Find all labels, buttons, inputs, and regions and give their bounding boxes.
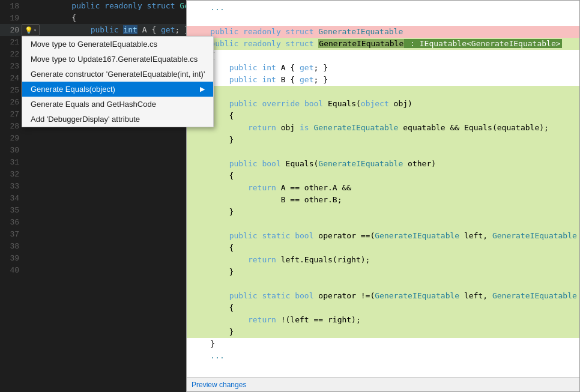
prev-line-return-neq: return !(left == right); [187, 314, 579, 326]
line-number-37: 37 [0, 228, 23, 240]
line-number-19: 19 [0, 12, 23, 24]
code-20: public int A { get; } [48, 24, 189, 36]
editor-row-18: 18 public readonly struct GenerateIEquat… [0, 0, 186, 12]
prev-line-struct-close: } [187, 338, 579, 350]
ind3-20 [40, 24, 48, 36]
line-number-35: 35 [0, 204, 23, 216]
submenu-arrow: ▶ [200, 85, 205, 93]
ind2-19 [31, 12, 40, 24]
prev-line-return-eq: return left.Equals(right); [187, 254, 579, 266]
line-number-32: 32 [0, 168, 23, 180]
code-38 [48, 240, 186, 252]
prev-line-empty-2 [187, 146, 579, 158]
preview-changes-link[interactable]: Preview changes [192, 381, 246, 389]
line-number-39: 39 [0, 252, 23, 264]
code-36 [48, 216, 186, 228]
editor-row-36: 36 [0, 216, 186, 228]
code-34 [48, 192, 186, 204]
prev-line-empty-4 [187, 278, 579, 290]
editor-row-31: 31 [0, 156, 186, 168]
code-37 [48, 228, 186, 240]
ind3-19 [40, 12, 48, 24]
preview-panel: ... public readonly struct GenerateIEqua… [186, 0, 580, 392]
preview-footer: Preview changes [187, 377, 579, 391]
code-30 [48, 144, 186, 156]
line-number-22: 22 [0, 48, 23, 60]
editor-row-40: 40 [0, 264, 186, 276]
line-number-24: 24 [0, 72, 23, 84]
prev-line-brace3: { [187, 170, 579, 182]
prev-line-close1: } [187, 134, 579, 146]
line-number-31: 31 [0, 156, 23, 168]
menu-item-add-debugger[interactable]: Add 'DebuggerDisplay' attribute [22, 112, 213, 127]
prev-line-close2: } [187, 206, 579, 218]
editor-row-34: 34 [0, 192, 186, 204]
ind2-18 [31, 0, 40, 12]
prev-line-return-obj: return obj is GenerateIEquatable equatab… [187, 122, 579, 134]
editor-row-20: 20 💡 ▾ public int A { get; } [0, 24, 186, 36]
prev-line-return-a: return A == other.A && [187, 182, 579, 194]
line-number-28: 28 [0, 120, 23, 132]
line-number-20: 20 [0, 24, 23, 36]
menu-item-generate-equals[interactable]: Generate Equals(object) ▶ [22, 82, 213, 97]
ind1-20[interactable]: 💡 ▾ [23, 24, 31, 36]
prev-line-empty-1 [187, 86, 579, 98]
prev-line-brace5: { [187, 302, 579, 314]
menu-item-generate-constructor[interactable]: Generate constructor 'GenerateIEquatable… [22, 67, 213, 82]
line-number-38: 38 [0, 240, 23, 252]
editor-row-39: 39 [0, 252, 186, 264]
preview-content: ... public readonly struct GenerateIEqua… [187, 1, 579, 377]
menu-item-generate-equals-hashcode[interactable]: Generate Equals and GetHashCode [22, 97, 213, 112]
lightbulb-menu: Move type to GenerateIEquatable.cs Move … [22, 36, 214, 127]
prev-line-2 [187, 14, 579, 26]
menu-item-move-type[interactable]: Move type to GenerateIEquatable.cs [22, 37, 213, 52]
editor-row-19: 19 { [0, 12, 186, 24]
editor-row-38: 38 [0, 240, 186, 252]
ind3-18 [40, 0, 48, 12]
editor-row-37: 37 [0, 228, 186, 240]
lightbulb-icon: 💡 [25, 26, 33, 34]
code-33 [48, 180, 186, 192]
line-number-21: 21 [0, 36, 23, 48]
prev-line-op-eq: public static bool operator ==(GenerateI… [187, 230, 579, 242]
line-number-40: 40 [0, 264, 23, 276]
prev-line-brace: { [187, 50, 579, 62]
editor-container: 18 public readonly struct GenerateIEquat… [0, 0, 580, 392]
code-32 [48, 168, 186, 180]
code-31 [48, 156, 186, 168]
prev-line-close3: } [187, 266, 579, 278]
prev-line-close4: } [187, 326, 579, 338]
lightbulb-button[interactable]: 💡 ▾ [22, 24, 40, 36]
editor-row-33: 33 [0, 180, 186, 192]
prev-line-return-b: B == other.B; [187, 194, 579, 206]
prev-line-added-inl: public readonly struct GenerateIEquatabl… [187, 38, 579, 50]
code-40 [48, 264, 186, 276]
prev-line-brace2: { [187, 110, 579, 122]
line-number-29: 29 [0, 132, 23, 144]
code-19: { [48, 12, 186, 24]
line-number-27: 27 [0, 108, 23, 120]
menu-item-move-type-update[interactable]: Move type to Update167.GenerateIEquatabl… [22, 52, 213, 67]
code-29 [48, 132, 186, 144]
line-number-36: 36 [0, 216, 23, 228]
editor-row-32: 32 [0, 168, 186, 180]
prev-line-int-b: public int B { get; } [187, 74, 579, 86]
prev-line-dots: ... [187, 350, 579, 362]
lightbulb-dropdown-arrow: ▾ [34, 28, 37, 33]
prev-line-1: ... [187, 2, 579, 14]
line-number-23: 23 [0, 60, 23, 72]
line-number-34: 34 [0, 192, 23, 204]
code-35 [48, 204, 186, 216]
line-number-26: 26 [0, 96, 23, 108]
prev-line-equals-other: public bool Equals(GenerateIEquatable ot… [187, 158, 579, 170]
prev-line-empty-3 [187, 218, 579, 230]
line-number-18: 18 [0, 0, 23, 12]
line-number-30: 30 [0, 144, 23, 156]
ind1-18 [23, 0, 31, 12]
prev-line-equals-obj: public override bool Equals(object obj) [187, 98, 579, 110]
prev-line-brace4: { [187, 242, 579, 254]
prev-line-removed: public readonly struct GenerateIEquatabl… [187, 26, 579, 38]
ind1-19 [23, 12, 31, 24]
prev-line-int-a: public int A { get; } [187, 62, 579, 74]
code-39 [48, 252, 186, 264]
